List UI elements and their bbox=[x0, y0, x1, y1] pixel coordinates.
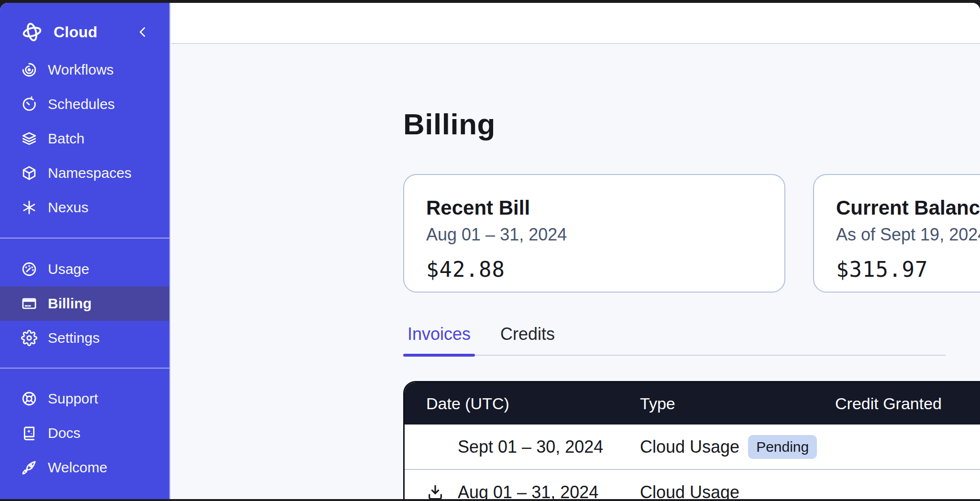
table-row: Sept 01 – 30, 2024 Cloud Usage Pending bbox=[405, 425, 980, 469]
billing-content: Billing Recent Bill Aug 01 – 31, 2024 $4… bbox=[171, 44, 980, 499]
sidebar-item-label: Schedules bbox=[48, 96, 115, 112]
sidebar-item-settings[interactable]: Settings bbox=[0, 321, 169, 355]
sidebar-item-label: Workflows bbox=[48, 62, 114, 78]
sidebar-item-nexus[interactable]: Nexus bbox=[0, 190, 169, 225]
invoices-table: Date (UTC) Type Credit Granted Sept 01 –… bbox=[403, 381, 980, 499]
sidebar-item-label: Settings bbox=[48, 330, 99, 346]
table-header-row: Date (UTC) Type Credit Granted bbox=[405, 382, 980, 425]
sidebar-item-docs[interactable]: Docs bbox=[0, 416, 169, 450]
status-badge-pending: Pending bbox=[748, 435, 817, 459]
summary-cards: Recent Bill Aug 01 – 31, 2024 $42.88 Cur… bbox=[403, 174, 980, 293]
card-amount: $315.97 bbox=[836, 257, 980, 282]
card-period: As of Sept 19, 2024 bbox=[836, 225, 980, 245]
sidebar-nav-footer: Support Docs bbox=[0, 368, 169, 485]
sidebar-brand[interactable]: Cloud bbox=[0, 16, 169, 48]
sidebar-item-label: Billing bbox=[48, 295, 92, 312]
sidebar-item-workflows[interactable]: Workflows bbox=[0, 53, 169, 87]
column-header-type: Type bbox=[640, 394, 835, 413]
sidebar-item-label: Welcome bbox=[48, 459, 107, 476]
invoice-date: Sept 01 – 30, 2024 bbox=[458, 437, 603, 457]
cell-date: Sept 01 – 30, 2024 bbox=[405, 437, 640, 457]
namespaces-cube-icon bbox=[21, 165, 37, 181]
sidebar: Cloud Workflows bbox=[0, 3, 170, 499]
sidebar-item-billing[interactable]: Billing bbox=[0, 286, 169, 321]
sidebar-nav-main: Workflows Schedules bbox=[0, 53, 169, 225]
invoice-type: Cloud Usage bbox=[640, 482, 739, 500]
card-period: Aug 01 – 31, 2024 bbox=[426, 225, 762, 245]
sidebar-item-namespaces[interactable]: Namespaces bbox=[0, 156, 169, 190]
sidebar-nav-account: Usage Billing bbox=[0, 238, 169, 355]
sidebar-item-support[interactable]: Support bbox=[0, 381, 169, 416]
settings-gear-icon bbox=[21, 330, 37, 346]
support-life-buoy-icon bbox=[21, 391, 37, 407]
table-row: Aug 01 – 31, 2024 Cloud Usage bbox=[405, 469, 980, 499]
welcome-rocket-icon bbox=[21, 459, 37, 476]
page-title: Billing bbox=[403, 44, 980, 142]
sidebar-item-label: Namespaces bbox=[48, 165, 132, 181]
top-navigation-bar bbox=[171, 3, 980, 44]
sidebar-brand-label: Cloud bbox=[54, 23, 98, 41]
app-window: Cloud Workflows bbox=[0, 3, 980, 499]
invoice-date: Aug 01 – 31, 2024 bbox=[458, 482, 598, 500]
cell-type: Cloud Usage bbox=[640, 482, 835, 500]
recent-bill-card: Recent Bill Aug 01 – 31, 2024 $42.88 bbox=[403, 174, 785, 293]
chevron-left-icon[interactable] bbox=[136, 25, 150, 39]
billing-credit-card-icon bbox=[21, 295, 37, 312]
usage-gauge-icon bbox=[21, 261, 37, 277]
sidebar-item-label: Batch bbox=[48, 131, 85, 147]
card-title: Current Balance bbox=[836, 196, 980, 220]
download-icon-slot-empty bbox=[426, 437, 458, 457]
sidebar-item-usage[interactable]: Usage bbox=[0, 252, 169, 286]
sidebar-item-label: Usage bbox=[48, 261, 89, 277]
cell-date: Aug 01 – 31, 2024 bbox=[405, 482, 640, 500]
schedules-timer-icon bbox=[21, 96, 37, 112]
docs-book-icon bbox=[21, 425, 37, 441]
card-amount: $42.88 bbox=[426, 257, 762, 282]
sidebar-item-label: Support bbox=[48, 391, 98, 407]
download-icon[interactable] bbox=[426, 483, 444, 500]
temporal-logo-icon bbox=[21, 21, 43, 43]
sidebar-item-label: Nexus bbox=[48, 199, 88, 216]
cell-type: Cloud Usage Pending bbox=[640, 435, 835, 459]
download-icon-slot bbox=[426, 483, 458, 500]
sidebar-item-batch[interactable]: Batch bbox=[0, 121, 169, 156]
card-title: Recent Bill bbox=[426, 196, 762, 220]
main-area: Billing Recent Bill Aug 01 – 31, 2024 $4… bbox=[171, 3, 980, 499]
sidebar-item-welcome[interactable]: Welcome bbox=[0, 450, 169, 485]
current-balance-card: Current Balance As of Sept 19, 2024 $315… bbox=[813, 174, 980, 293]
sidebar-item-schedules[interactable]: Schedules bbox=[0, 87, 169, 121]
column-header-date: Date (UTC) bbox=[405, 394, 640, 413]
tab-invoices[interactable]: Invoices bbox=[403, 324, 475, 355]
tab-credits[interactable]: Credits bbox=[496, 324, 559, 355]
nexus-asterisk-icon bbox=[21, 199, 37, 216]
invoice-type: Cloud Usage bbox=[640, 437, 739, 457]
sidebar-item-label: Docs bbox=[48, 425, 80, 441]
column-header-credit-granted: Credit Granted bbox=[835, 394, 980, 413]
batch-layers-icon bbox=[21, 131, 37, 147]
workflows-spiral-icon bbox=[21, 62, 37, 78]
billing-tabs: Invoices Credits bbox=[403, 324, 946, 356]
